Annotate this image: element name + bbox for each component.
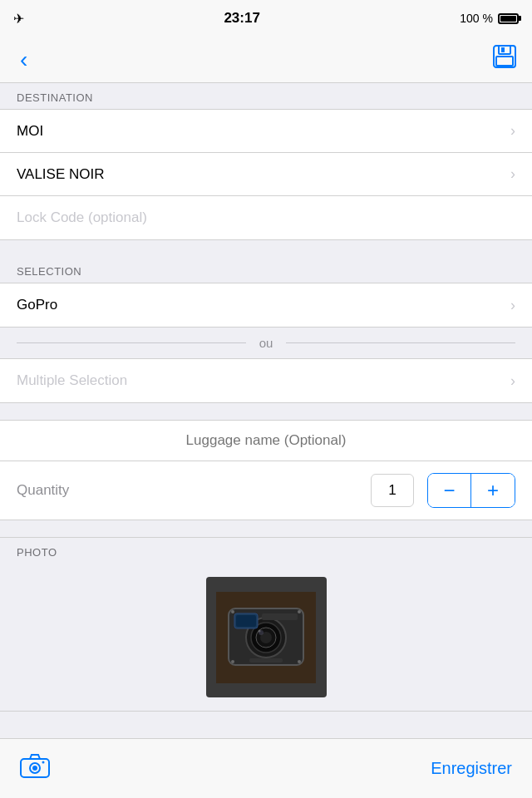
multiple-chevron: › (510, 372, 515, 390)
svg-point-17 (298, 610, 301, 613)
quantity-stepper[interactable]: − + (427, 473, 515, 508)
bottom-bar: Enregistrer (0, 738, 532, 798)
svg-point-16 (231, 610, 234, 613)
quantity-decrement-button[interactable]: − (428, 474, 471, 507)
destination-group: MOI › VALISE NOIR › Lock Code (optional) (0, 109, 532, 240)
luggage-name-input[interactable] (17, 432, 515, 449)
battery-percent: 100 % (460, 12, 493, 25)
quantity-value: 1 (371, 474, 414, 507)
airplane-icon: ✈ (13, 11, 24, 27)
svg-rect-20 (249, 658, 283, 663)
owner-chevron: › (510, 122, 515, 140)
svg-point-23 (32, 766, 37, 771)
luggage-label: VALISE NOIR (17, 166, 105, 183)
enregistrer-button[interactable]: Enregistrer (431, 759, 512, 778)
gopro-chevron: › (510, 297, 515, 314)
destination-section-header: DESTINATION (0, 83, 532, 109)
luggage-name-row[interactable]: VALISE NOIR › (0, 153, 532, 196)
or-divider: ou (0, 327, 532, 359)
multiple-selection-label: Multiple Selection (17, 372, 127, 389)
luggage-name-input-row[interactable] (0, 421, 532, 461)
lock-code-row[interactable]: Lock Code (optional) (0, 196, 532, 239)
multiple-selection-row[interactable]: Multiple Selection › (0, 359, 532, 402)
nav-bar: ‹ (0, 37, 532, 83)
quantity-increment-button[interactable]: + (471, 474, 515, 507)
save-button[interactable] (490, 42, 519, 76)
gopro-label: GoPro (17, 297, 57, 313)
gopro-row[interactable]: GoPro › (0, 283, 532, 327)
back-button[interactable]: ‹ (13, 43, 34, 76)
svg-rect-14 (236, 615, 256, 627)
svg-point-12 (259, 629, 261, 632)
quantity-label: Quantity (17, 482, 69, 499)
gopro-image (216, 592, 316, 683)
status-right: 100 % (460, 12, 519, 25)
svg-point-19 (298, 660, 301, 663)
svg-rect-3 (501, 47, 505, 52)
svg-point-18 (231, 660, 234, 663)
selection-group: GoPro › ou Multiple Selection › (0, 283, 532, 403)
owner-row[interactable]: MOI › (0, 110, 532, 153)
svg-point-24 (42, 761, 45, 763)
camera-button[interactable] (20, 753, 50, 785)
owner-label: MOI (17, 123, 43, 140)
luggage-chevron: › (510, 165, 515, 183)
luggage-details-group: Quantity 1 − + (0, 420, 532, 520)
photo-thumbnail[interactable] (206, 577, 327, 697)
lock-code-placeholder: Lock Code (optional) (17, 209, 147, 226)
or-label: ou (246, 336, 287, 350)
main-content: DESTINATION MOI › VALISE NOIR › Lock Cod… (0, 83, 532, 778)
quantity-row: Quantity 1 − + (0, 461, 532, 520)
svg-rect-2 (496, 57, 513, 66)
selection-section-header: SELECTION (0, 257, 532, 283)
photo-group: PHOTO (0, 537, 532, 712)
battery-icon (498, 13, 519, 24)
status-bar: ✈ 23:17 100 % (0, 0, 532, 37)
svg-rect-15 (262, 613, 298, 620)
status-time: 23:17 (224, 10, 259, 27)
photo-container (0, 564, 532, 711)
photo-section-header: PHOTO (0, 538, 532, 564)
